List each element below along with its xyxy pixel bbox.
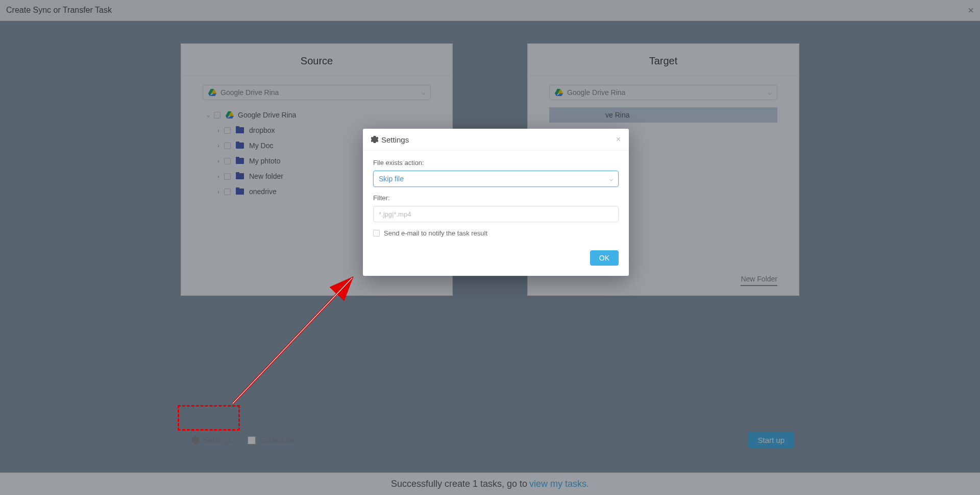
file-exists-label: File exists action: bbox=[373, 159, 619, 167]
modal-header: Settings × bbox=[363, 129, 629, 151]
file-exists-value: Skip file bbox=[379, 175, 404, 183]
gear-icon bbox=[371, 136, 378, 143]
email-notify-label: Send e-mail to notify the task result bbox=[384, 229, 487, 237]
filter-placeholder: *.jpg|*.mp4 bbox=[379, 210, 411, 218]
filter-input[interactable]: *.jpg|*.mp4 bbox=[373, 206, 619, 222]
chevron-down-icon: ⌵ bbox=[609, 175, 613, 182]
ok-button[interactable]: OK bbox=[590, 250, 619, 266]
email-notify-checkbox[interactable] bbox=[373, 230, 380, 237]
annotation-callout bbox=[178, 405, 240, 431]
close-icon[interactable]: × bbox=[616, 135, 621, 144]
file-exists-select[interactable]: Skip file ⌵ bbox=[373, 171, 619, 187]
settings-modal: Settings × File exists action: Skip file… bbox=[363, 129, 629, 276]
modal-title: Settings bbox=[381, 135, 409, 144]
filter-label: Filter: bbox=[373, 194, 619, 202]
